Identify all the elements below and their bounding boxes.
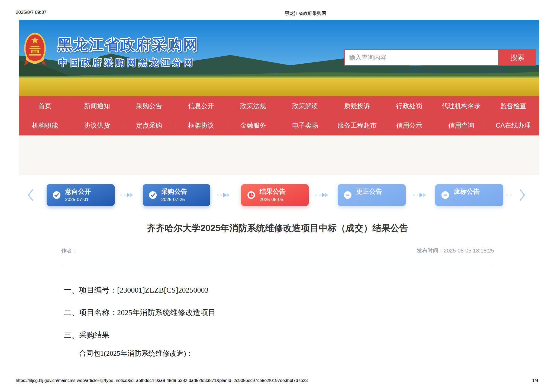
step-label: 意向公开 [65,188,91,195]
step-arrow-icon [412,192,428,198]
sub-banner-strip [19,135,539,175]
search-button[interactable]: 搜索 [499,49,536,66]
article-paragraph-project-name: 二、项目名称：2025年消防系统维修改造项目 [64,307,216,318]
minus-icon [344,191,352,199]
step-date: 2025-08-05 [260,197,286,202]
nav-item-finance[interactable]: 金融服务 [227,116,279,135]
timeline-step-procurement[interactable]: 采购公告 2025-07-25 [143,184,210,206]
national-emblem-logo [24,32,46,67]
step-date: 2025-07-01 [65,197,91,202]
print-header-title: 黑龙江省政府采购网 [285,10,326,17]
article-paragraph-project-number: 一、项目编号：[230001]ZLZB[CS]20250003 [64,285,209,295]
meta-divider-bottom [61,265,494,265]
site-banner: 黑龙江省政府采购网 中国政府采购网黑龙江分网 搜索 [19,20,539,96]
meta-divider-top [61,262,494,262]
publish-time-label: 发布时间： [417,248,444,254]
nav-row-1: 首页 新闻通知 采购公告 信息公开 政策法规 政策解读 质疑投诉 行政处罚 代理… [19,96,539,116]
step-arrow-icon [120,192,135,198]
nav-item-info-disclosure[interactable]: 信息公开 [175,96,227,116]
nav-item-fixed-point[interactable]: 定点采购 [123,116,175,135]
step-date: 2025-07-25 [161,197,187,202]
nav-item-admin-penalty[interactable]: 行政处罚 [383,96,435,116]
nav-item-complaints[interactable]: 质疑投诉 [331,96,383,116]
article-title: 齐齐哈尔大学2025年消防系统维修改造项目中标（成交）结果公告 [0,222,555,234]
article-paragraph-contract-package: 合同包1(2025年消防系统维修改造)： [79,349,193,358]
nav-item-supervision[interactable]: 监督检查 [487,96,539,116]
author-label: 作者： [61,247,78,254]
step-label: 更正公告 [356,188,382,195]
timeline-step-result[interactable]: 结果公告 2025-08-05 [241,184,309,206]
timeline-step-intention[interactable]: 意向公开 2025-07-01 [47,184,115,206]
site-title: 黑龙江省政府采购网 [57,35,199,55]
step-date: -- -- [356,197,382,202]
step-label: 废标公告 [454,188,480,195]
nav-item-home[interactable]: 首页 [19,96,71,116]
publish-time-value: 2025-08-05 13:18:25 [444,248,494,254]
minus-icon [441,191,449,199]
nav-item-news[interactable]: 新闻通知 [71,96,123,116]
nav-item-credit-query[interactable]: 信用查询 [435,116,487,135]
stepper-next-icon[interactable] [519,189,526,201]
page: 2025/8/7 09:37 黑龙江省政府采购网 [0,0,555,392]
step-dash-icon [506,192,514,198]
nav-item-ca-online[interactable]: CA在线办理 [487,116,539,135]
check-icon [53,191,61,199]
step-label: 结果公告 [260,188,286,195]
nav-item-framework[interactable]: 框架协议 [175,116,227,135]
print-header-datetime: 2025/8/7 09:37 [16,10,46,15]
nav-row-2: 机构职能 协议供货 定点采购 框架协议 金融服务 电子卖场 服务工程超市 信用公… [19,116,539,135]
step-label: 采购公告 [161,188,187,195]
publish-time: 发布时间：2025-08-05 13:18:25 [417,247,494,254]
print-footer-url: https://hljcg.hlj.gov.cn/maincms-web/art… [16,378,308,383]
timeline-step-correction[interactable]: 更正公告 -- -- [338,184,406,206]
nav-item-policies[interactable]: 政策法规 [227,96,279,116]
nav-item-service-market[interactable]: 服务工程超市 [331,116,383,135]
nav-item-policy-interpretation[interactable]: 政策解读 [279,96,331,116]
main-nav: 首页 新闻通知 采购公告 信息公开 政策法规 政策解读 质疑投诉 行政处罚 代理… [19,96,539,135]
nav-item-agency-directory[interactable]: 代理机构名录 [435,96,487,116]
nav-item-credit-publicity[interactable]: 信用公示 [383,116,435,135]
article-paragraph-result-heading: 三、采购结果 [64,330,109,340]
stepper-prev-icon[interactable] [27,189,34,201]
nav-item-agreement-supply[interactable]: 协议供货 [71,116,123,135]
step-arrow-icon [216,192,232,198]
search-input[interactable] [344,49,499,66]
nav-item-org-functions[interactable]: 机构职能 [19,116,71,135]
print-footer-page-number: 1/4 [532,378,538,383]
timeline-step-cancellation[interactable]: 废标公告 -- -- [435,184,503,206]
search-bar: 搜索 [344,49,536,66]
check-icon [149,191,157,199]
clock-icon [247,191,255,199]
step-date: -- -- [454,197,480,202]
nav-item-procurement-notices[interactable]: 采购公告 [123,96,175,116]
nav-item-e-mall[interactable]: 电子卖场 [279,116,331,135]
step-arrow-icon [315,192,331,198]
site-subtitle: 中国政府采购网黑龙江分网 [59,57,195,69]
